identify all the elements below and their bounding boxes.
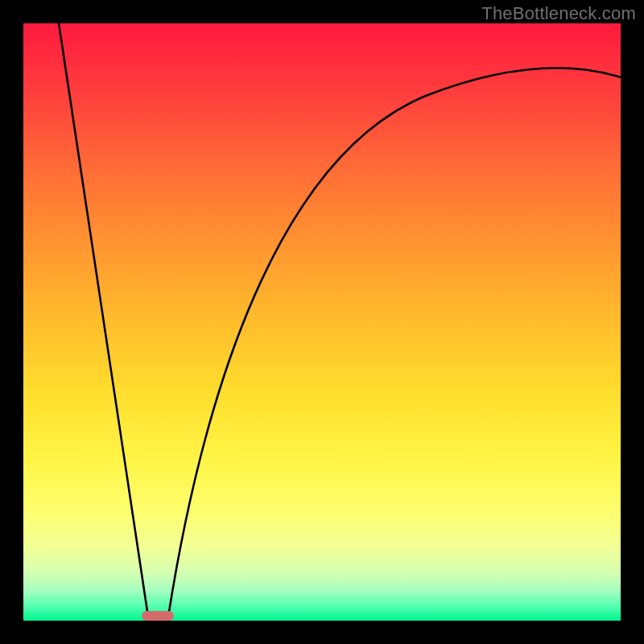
optimal-marker [142, 611, 174, 621]
chart-frame: TheBottleneck.com [0, 0, 644, 644]
curve-layer [23, 23, 621, 621]
plot-area [23, 23, 621, 621]
bottleneck-curve [59, 23, 621, 618]
watermark-text: TheBottleneck.com [481, 3, 636, 24]
